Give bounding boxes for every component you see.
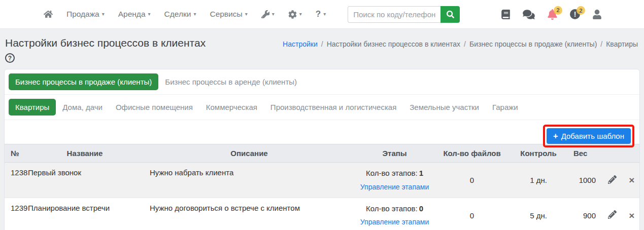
messages-button[interactable] — [523, 9, 535, 20]
nav-menu-settings[interactable]: ▾ — [288, 10, 302, 19]
tab-zemelnye[interactable]: Земельные участки — [403, 99, 486, 116]
cell-id: 1239 — [5, 198, 24, 230]
breadcrumb-separator: / — [321, 40, 323, 48]
nav-menu-tools[interactable]: ▾ — [261, 10, 275, 18]
tab-garazhi[interactable]: Гаражи — [486, 99, 525, 116]
category-tabs: Квартиры Дома, дачи Офисные помещения Ко… — [5, 95, 639, 120]
breadcrumb: Настройки/Настройки бизнес процессов в к… — [283, 40, 638, 48]
home-icon — [44, 10, 53, 19]
gear-icon — [288, 10, 297, 19]
chevron-down-icon: ▾ — [245, 12, 248, 17]
delete-button[interactable]: × — [629, 211, 634, 220]
page-header: Настройки бизнес процессов в клиентах ? … — [0, 29, 644, 69]
cell-control: 5 дн. — [507, 198, 569, 230]
tab-rent-processes[interactable]: Бизнес процессы в аренде (клиенты) — [158, 73, 303, 90]
table-row: 1238 Первый звонок Нужно набрать клиента… — [5, 163, 639, 198]
page-help-icon[interactable]: ? — [5, 53, 15, 63]
search-icon — [447, 11, 454, 18]
nav-menu-label: Сделки — [164, 10, 191, 19]
cell-stages: Кол-во этапов:0 Управление этапами — [353, 198, 436, 230]
manage-stages-link[interactable]: Управление этапами — [360, 217, 429, 227]
cell-description: Нужно набрать клиента — [146, 163, 353, 198]
nav-menu-servisy[interactable]: Сервисы ▾ — [210, 10, 247, 19]
search-button[interactable] — [440, 6, 460, 23]
search-box — [348, 6, 460, 23]
page-title: Настройки бизнес процессов в клиентах — [5, 36, 206, 50]
tab-ofisnye[interactable]: Офисные помещения — [109, 99, 199, 116]
nav-menu-label: Сервисы — [210, 10, 242, 19]
templates-table: № Название Описание Этапы Кол-во файлов … — [5, 144, 639, 230]
chevron-down-icon: ▾ — [323, 12, 326, 17]
nav-menu-arenda[interactable]: Аренда ▾ — [118, 10, 151, 19]
close-icon: × — [629, 175, 634, 185]
notifications-badge: 2 — [554, 6, 562, 15]
toolbar: + Добавить шаблон — [5, 120, 639, 144]
cell-name: Первый звонок — [24, 163, 146, 198]
edit-button[interactable] — [608, 175, 617, 185]
content-card: Бизнес процессы в продаже (клиенты) Бизн… — [4, 69, 640, 230]
nav-menu-label: Аренда — [118, 10, 146, 19]
tab-sale-processes[interactable]: Бизнес процессы в продаже (клиенты) — [9, 73, 158, 90]
journal-icon — [501, 10, 510, 19]
search-input[interactable] — [348, 6, 440, 23]
cell-name: Планирование встречи — [24, 198, 146, 230]
tab-kvartiry[interactable]: Квартиры — [9, 99, 56, 116]
column-header-stages: Этапы — [353, 144, 436, 163]
stages-count-label: Кол-во этапов: — [366, 204, 418, 213]
user-icon — [593, 10, 601, 19]
add-template-label: Добавить шаблон — [561, 132, 624, 140]
manage-stages-link[interactable]: Управление этапами — [360, 182, 429, 192]
nav-menu-help[interactable]: ? ▾ — [316, 9, 326, 19]
journal-button[interactable] — [501, 10, 510, 19]
chat-bubbles-icon — [523, 9, 535, 20]
breadcrumb-link-settings[interactable]: Настройки — [283, 40, 318, 48]
top-navigation-bar: Продажа ▾ Аренда ▾ Сделки ▾ Сервисы ▾ ▾ … — [0, 0, 644, 29]
home-button[interactable] — [44, 10, 53, 19]
column-header-files: Кол-во файлов — [436, 144, 507, 163]
nav-menu-sdelki[interactable]: Сделки ▾ — [164, 10, 196, 19]
table-row: 1239 Планирование встречи Нужно договори… — [5, 198, 639, 230]
column-header-name: Название — [24, 144, 146, 163]
edit-button[interactable] — [608, 210, 617, 220]
question-mark-icon: ? — [316, 9, 321, 19]
nav-menu-prodazha[interactable]: Продажа ▾ — [66, 10, 105, 19]
cell-stages: Кол-во этапов:1 Управление этапами — [353, 163, 436, 198]
breadcrumb-item: Квартиры — [606, 40, 638, 48]
notifications-button[interactable]: 2 — [548, 9, 557, 20]
tab-proizvodstvennaya[interactable]: Производственная и логистическая — [264, 99, 403, 116]
chevron-down-icon: ▾ — [299, 12, 302, 17]
plus-icon: + — [553, 132, 558, 140]
add-template-button[interactable]: + Добавить шаблон — [547, 128, 631, 144]
cell-description: Нужно договориться о встрече с клиентом — [146, 198, 353, 230]
cell-actions: × — [604, 198, 639, 230]
primary-tabs: Бизнес процессы в продаже (клиенты) Бизн… — [5, 69, 639, 95]
tab-doma-dachi[interactable]: Дома, дачи — [56, 99, 109, 116]
close-icon: × — [629, 210, 634, 221]
chevron-down-icon: ▾ — [193, 12, 196, 17]
cell-weight: 1000 — [569, 163, 604, 198]
alerts-button[interactable]: ! 2 — [570, 9, 580, 19]
cell-files: 0 — [436, 198, 507, 230]
chevron-down-icon: ▾ — [272, 12, 275, 17]
chevron-down-icon: ▾ — [102, 12, 105, 17]
topbar-icon-group: 2 ! 2 — [501, 9, 601, 20]
tab-kommercheskaya[interactable]: Коммерческая — [199, 99, 264, 116]
breadcrumb-item: Настройки бизнес процессов в клиентах — [327, 40, 460, 48]
delete-button[interactable]: × — [629, 175, 634, 185]
column-header-num: № — [5, 144, 24, 163]
cell-weight: 900 — [569, 198, 604, 230]
breadcrumb-separator: / — [464, 40, 466, 48]
page-title-block: Настройки бизнес процессов в клиентах ? — [5, 36, 206, 63]
cell-files: 0 — [436, 163, 507, 198]
cell-actions: × — [604, 163, 639, 198]
wrench-icon — [261, 10, 269, 18]
cell-control: 1 дн. — [507, 163, 569, 198]
column-header-description: Описание — [146, 144, 353, 163]
pencil-icon — [608, 175, 617, 184]
alerts-badge: 2 — [577, 6, 585, 15]
nav-menu-label: Продажа — [66, 10, 99, 19]
cell-id: 1238 — [5, 163, 24, 198]
profile-button[interactable] — [593, 10, 601, 19]
chevron-down-icon: ▾ — [148, 12, 151, 17]
stages-count-value: 1 — [419, 169, 423, 177]
